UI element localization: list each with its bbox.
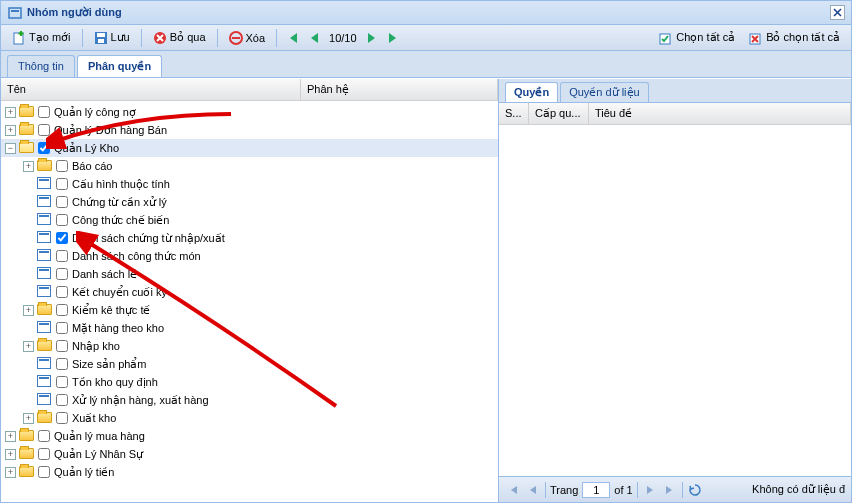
pager-refresh[interactable] [687,482,703,498]
deselect-all-button[interactable]: Bỏ chọn tất cả [742,28,847,48]
new-button[interactable]: Tạo mới [5,28,78,48]
tree-node[interactable]: Kết chuyển cuối kỳ [1,283,498,301]
select-all-button[interactable]: Chọn tất cả [652,28,742,48]
node-label: Quản lý Đơn hàng Bán [54,124,167,137]
node-checkbox[interactable] [38,448,50,460]
node-checkbox[interactable] [56,250,68,262]
tree-node[interactable]: Danh sách lề [1,265,498,283]
tree-node[interactable]: Danh sách công thức món [1,247,498,265]
node-label: Xử lý nhận hàng, xuất hàng [72,394,209,407]
node-checkbox[interactable] [56,232,68,244]
form-icon [37,321,53,335]
folder-open-icon [19,141,35,155]
nav-next-button[interactable] [363,30,379,46]
node-checkbox[interactable] [56,160,68,172]
node-checkbox[interactable] [56,268,68,280]
tree-node[interactable]: +Quản lý tiền [1,463,498,481]
left-panel: Tên Phân hệ +Quản lý công nợ +Quản lý Đơ… [1,79,499,502]
node-checkbox[interactable] [56,322,68,334]
node-checkbox[interactable] [56,412,68,424]
save-button[interactable]: Lưu [87,28,137,48]
tree-node[interactable]: Danh sách chứng từ nhập/xuất [1,229,498,247]
folder-icon [37,303,53,317]
deselect-all-label: Bỏ chọn tất cả [766,31,840,44]
node-checkbox[interactable] [56,394,68,406]
rcol-1[interactable]: S... [499,103,529,124]
titlebar: Nhóm người dùng [1,1,851,25]
node-label: Kiểm kê thực tế [72,304,150,317]
tree-node[interactable]: +Quản Lý Nhân Sự [1,445,498,463]
delete-label: Xóa [246,32,266,44]
node-checkbox[interactable] [56,286,68,298]
tree-node[interactable]: Công thức chế biến [1,211,498,229]
node-label: Công thức chế biến [72,214,169,227]
pager-prev[interactable] [525,482,541,498]
tree-node[interactable]: +Xuất kho [1,409,498,427]
expand-toggle[interactable]: + [23,341,34,352]
node-checkbox[interactable] [56,340,68,352]
close-button[interactable] [830,5,845,20]
tree-container[interactable]: +Quản lý công nợ +Quản lý Đơn hàng Bán −… [1,101,498,502]
rtab-data-permission[interactable]: Quyền dữ liệu [560,82,649,102]
node-checkbox[interactable] [38,430,50,442]
node-checkbox[interactable] [38,466,50,478]
tree-node[interactable]: Xử lý nhận hàng, xuất hàng [1,391,498,409]
node-checkbox[interactable] [56,214,68,226]
new-label: Tạo mới [29,31,71,44]
node-checkbox[interactable] [56,304,68,316]
node-label: Quản lý tiền [54,466,114,479]
pager-next[interactable] [642,482,658,498]
tree-node-selected[interactable]: −Quản Lý Kho [1,139,498,157]
node-checkbox[interactable] [38,124,50,136]
delete-button[interactable]: Xóa [222,28,273,48]
rcol-2[interactable]: Cấp qu... [529,103,589,124]
nav-first-button[interactable] [285,30,301,46]
nav-prev-button[interactable] [307,30,323,46]
cancel-button[interactable]: Bỏ qua [146,28,213,48]
expand-toggle[interactable]: + [5,125,16,136]
folder-icon [19,447,35,461]
node-checkbox[interactable] [56,196,68,208]
tree-node[interactable]: Cấu hình thuộc tính [1,175,498,193]
expand-toggle[interactable]: + [23,161,34,172]
rtab-permission[interactable]: Quyền [505,82,558,102]
pager-first[interactable] [505,482,521,498]
tree-node[interactable]: +Kiểm kê thực tế [1,301,498,319]
right-tabs: Quyền Quyền dữ liệu [499,79,851,103]
pager-page-input[interactable] [582,482,610,498]
col-name[interactable]: Tên [1,79,301,100]
collapse-toggle[interactable]: − [5,143,16,154]
tree-node[interactable]: Chứng từ cần xử lý [1,193,498,211]
expand-toggle[interactable]: + [23,305,34,316]
nav-last-button[interactable] [385,30,401,46]
tree-node[interactable]: +Quản lý mua hàng [1,427,498,445]
save-label: Lưu [111,31,130,44]
tree-node[interactable]: Mặt hàng theo kho [1,319,498,337]
expand-toggle[interactable]: + [5,431,16,442]
tree-node[interactable]: +Báo cáo [1,157,498,175]
col-module[interactable]: Phân hệ [301,79,498,100]
expand-toggle[interactable]: + [5,449,16,460]
node-label: Chứng từ cần xử lý [72,196,167,209]
node-label: Danh sách chứng từ nhập/xuất [72,232,225,245]
expand-toggle[interactable]: + [5,467,16,478]
expand-toggle[interactable]: + [5,107,16,118]
right-column-headers: S... Cấp qu... Tiêu đề [499,103,851,125]
node-checkbox[interactable] [38,106,50,118]
tree-node[interactable]: Tồn kho quy định [1,373,498,391]
node-checkbox[interactable] [56,178,68,190]
tree-node[interactable]: +Quản lý công nợ [1,103,498,121]
rcol-3[interactable]: Tiêu đề [589,103,851,124]
tree-node[interactable]: Size sản phẩm [1,355,498,373]
form-icon [37,231,53,245]
expand-toggle[interactable]: + [23,413,34,424]
tree-node[interactable]: +Nhập kho [1,337,498,355]
pager-last[interactable] [662,482,678,498]
node-checkbox[interactable] [38,142,50,154]
tab-info[interactable]: Thông tin [7,55,75,77]
tab-permissions[interactable]: Phân quyền [77,55,162,77]
node-checkbox[interactable] [56,358,68,370]
node-checkbox[interactable] [56,376,68,388]
tree-node[interactable]: +Quản lý Đơn hàng Bán [1,121,498,139]
form-icon [37,393,53,407]
